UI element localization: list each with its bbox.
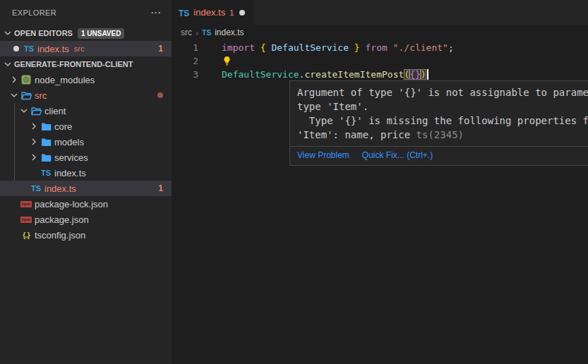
keyword-import: import — [222, 42, 255, 53]
lightbulb-quickfix-icon[interactable] — [222, 56, 232, 66]
tree-item-client[interactable]: client — [0, 103, 172, 119]
tree-item-core[interactable]: core — [0, 119, 172, 134]
tree-item-services[interactable]: services — [0, 150, 172, 165]
breadcrumb-separator-icon: › — [196, 28, 198, 38]
explorer-header: EXPLORER ⋯ — [0, 0, 172, 25]
chevron-down-icon — [2, 28, 13, 39]
typescript-file-icon: TS — [179, 6, 189, 19]
folder-open-icon — [30, 105, 42, 116]
error-count-badge: 1 — [158, 183, 163, 193]
error-code-reference: ts(2345) — [416, 129, 464, 140]
node-modules-folder-icon — [20, 74, 32, 85]
module-string: "./client" — [393, 42, 448, 53]
code-editor[interactable]: 1 import { DefaultService } from "./clie… — [172, 40, 588, 81]
tree-item-src-index-ts[interactable]: TS index.ts 1 — [0, 181, 172, 196]
open-editor-item-index-ts[interactable]: TS index.ts src 1 — [0, 41, 172, 56]
tree-item-src[interactable]: src — [0, 87, 172, 103]
typescript-file-icon: TS — [40, 167, 52, 178]
open-editors-label: OPEN EDITORS — [14, 29, 73, 37]
tooltip-action-bar: View Problem Quick Fix... (Ctrl+.) — [290, 146, 588, 165]
explorer-sidebar: EXPLORER ⋯ OPEN EDITORS 1 UNSAVED TS ind… — [0, 0, 172, 364]
typescript-file-icon: TS — [202, 28, 211, 37]
code-line-2[interactable]: 2 — [172, 54, 588, 68]
view-problem-link[interactable]: View Problem — [297, 150, 349, 160]
chevron-down-icon — [8, 90, 20, 101]
explorer-title: EXPLORER — [12, 8, 56, 17]
paren-open: ( — [404, 69, 409, 80]
chevron-down-icon — [2, 59, 13, 70]
folder-icon — [40, 136, 52, 147]
tree-item-package-json[interactable]: npm package.json — [0, 212, 172, 227]
tree-item-label: src — [35, 90, 47, 101]
tab-error-count: 1 — [229, 8, 234, 17]
tree-item-tsconfig-json[interactable]: {..} tsconfig.json — [0, 227, 172, 243]
tree-item-label: client — [44, 106, 66, 116]
file-tree: node_modules src — [0, 72, 172, 243]
folder-icon — [40, 152, 52, 163]
tree-item-label: services — [54, 152, 88, 163]
chevron-right-icon — [28, 152, 40, 163]
line-number: 1 — [172, 41, 198, 54]
chevron-right-icon — [28, 136, 40, 147]
class-identifier: DefaultService — [222, 69, 299, 80]
brace-close: } — [354, 42, 360, 53]
tree-item-label: models — [54, 137, 84, 147]
tab-bar: TS index.ts 1 — [172, 0, 588, 25]
folder-modified-dot — [157, 92, 163, 98]
open-editor-filename: index.ts — [37, 44, 69, 54]
tree-item-label: tsconfig.json — [35, 230, 85, 241]
imported-identifier: DefaultService — [271, 42, 349, 53]
empty-object-argument: {} — [409, 69, 421, 80]
open-editors-section-header[interactable]: OPEN EDITORS 1 UNSAVED — [0, 25, 172, 41]
editor-group: TS index.ts 1 src › TS index.ts 1 import… — [172, 0, 588, 364]
more-actions-icon[interactable]: ⋯ — [150, 9, 162, 16]
tree-item-label: node_modules — [35, 75, 95, 85]
folder-open-icon — [20, 90, 32, 101]
tree-item-label: index.ts — [44, 183, 76, 194]
tree-item-package-lock-json[interactable]: npm package-lock.json — [0, 196, 172, 212]
breadcrumb-file[interactable]: index.ts — [215, 28, 244, 37]
npm-file-icon: npm — [20, 214, 32, 225]
tree-item-label: package-lock.json — [35, 199, 108, 210]
chevron-right-icon — [8, 74, 20, 85]
tree-item-node-modules[interactable]: node_modules — [0, 72, 172, 87]
npm-file-icon: npm — [20, 198, 32, 210]
tab-index-ts[interactable]: TS index.ts 1 — [172, 0, 253, 25]
brace-open: { — [260, 42, 266, 53]
keyword-from: from — [366, 42, 388, 53]
tree-item-label: package.json — [35, 214, 89, 225]
breadcrumb-folder[interactable]: src — [181, 28, 192, 37]
code-line-1[interactable]: 1 import { DefaultService } from "./clie… — [172, 41, 588, 54]
semicolon: ; — [448, 42, 454, 53]
dirty-indicator-icon[interactable] — [10, 43, 23, 54]
paren-close: ) — [421, 69, 426, 80]
unsaved-count-badge: 1 UNSAVED — [78, 28, 125, 39]
line-number: 2 — [172, 54, 198, 68]
open-editor-folder-description: src — [74, 44, 85, 53]
tab-filename: index.ts — [193, 7, 225, 18]
method-name: createItemItemPost — [304, 69, 404, 80]
folder-icon — [40, 121, 52, 132]
tree-item-models[interactable]: models — [0, 134, 172, 150]
tree-item-label: core — [54, 121, 72, 132]
tree-item-client-index-ts[interactable]: TS index.ts — [0, 165, 172, 181]
chevron-down-icon — [18, 105, 30, 116]
error-hover-tooltip: Argument of type '{}' is not assignable … — [289, 80, 588, 166]
code-line-3[interactable]: 3 DefaultService.createItemItemPost({}) — [172, 68, 588, 81]
json-braces-icon: {..} — [20, 229, 32, 241]
error-message: Argument of type '{}' is not assignable … — [290, 81, 588, 146]
chevron-right-icon — [28, 121, 40, 132]
dirty-indicator-icon[interactable] — [239, 10, 245, 16]
typescript-file-icon: TS — [30, 183, 42, 194]
text-cursor — [427, 69, 428, 80]
project-name-label: GENERATE-FRONTEND-CLIENT — [14, 60, 133, 68]
project-section-header[interactable]: GENERATE-FRONTEND-CLIENT — [0, 56, 172, 72]
vscode-window: EXPLORER ⋯ OPEN EDITORS 1 UNSAVED TS ind… — [0, 0, 588, 364]
tree-item-label: index.ts — [54, 168, 86, 178]
typescript-file-icon: TS — [23, 43, 35, 54]
line-number: 3 — [172, 68, 198, 81]
error-count-badge: 1 — [158, 44, 163, 54]
breadcrumb: src › TS index.ts — [172, 25, 588, 40]
quick-fix-link[interactable]: Quick Fix... (Ctrl+.) — [362, 150, 433, 160]
